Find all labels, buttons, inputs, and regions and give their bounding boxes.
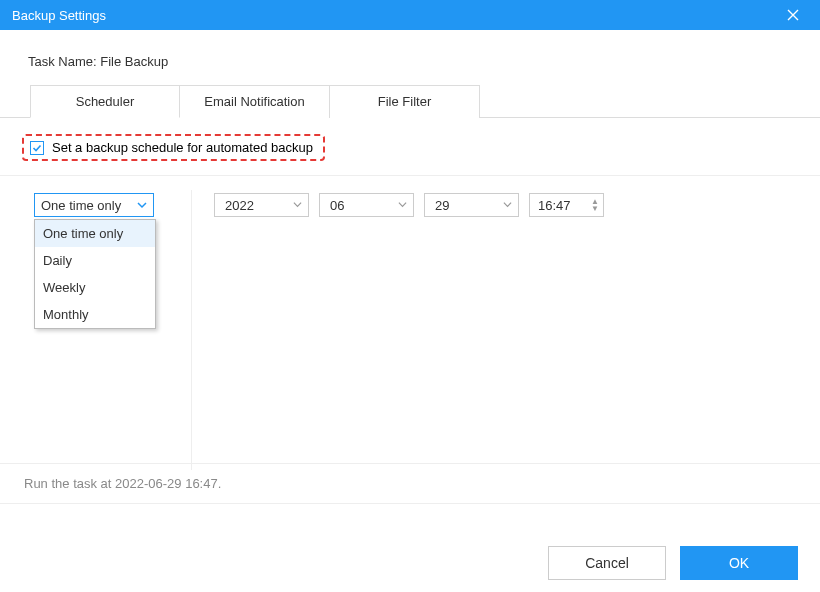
- spinner-arrows-icon: ▲▼: [591, 198, 599, 212]
- frequency-select-value: One time only: [41, 198, 121, 213]
- frequency-option-one-time[interactable]: One time only: [35, 220, 155, 247]
- month-value: 06: [330, 198, 344, 213]
- tab-bar: Scheduler Email Notification File Filter: [0, 85, 820, 118]
- frequency-option-monthly[interactable]: Monthly: [35, 301, 155, 328]
- chevron-down-icon: [398, 199, 407, 211]
- schedule-checkbox-label: Set a backup schedule for automated back…: [52, 140, 313, 155]
- tab-email-notification[interactable]: Email Notification: [180, 85, 330, 118]
- frequency-column: One time only One time only Daily Weekly…: [22, 190, 192, 470]
- frequency-select[interactable]: One time only: [34, 193, 154, 217]
- day-select[interactable]: 29: [424, 193, 519, 217]
- chevron-down-icon: [503, 199, 512, 211]
- dialog-content: Task Name: File Backup Scheduler Email N…: [0, 30, 820, 592]
- cancel-button[interactable]: Cancel: [548, 546, 666, 580]
- chevron-down-icon: [137, 198, 147, 213]
- title-bar: Backup Settings: [0, 0, 820, 30]
- schedule-checkbox-highlight: Set a backup schedule for automated back…: [22, 134, 325, 161]
- close-button[interactable]: [778, 0, 808, 30]
- year-value: 2022: [225, 198, 254, 213]
- day-value: 29: [435, 198, 449, 213]
- tab-file-filter[interactable]: File Filter: [330, 85, 480, 118]
- checkmark-icon: [32, 143, 42, 153]
- frequency-option-weekly[interactable]: Weekly: [35, 274, 155, 301]
- time-spinner[interactable]: 16:47 ▲▼: [529, 193, 604, 217]
- status-text: Run the task at 2022-06-29 16:47.: [0, 463, 820, 504]
- chevron-down-icon: [293, 199, 302, 211]
- month-select[interactable]: 06: [319, 193, 414, 217]
- tab-scheduler[interactable]: Scheduler: [30, 85, 180, 118]
- dialog-footer: Cancel OK: [548, 546, 798, 580]
- year-select[interactable]: 2022: [214, 193, 309, 217]
- schedule-body: One time only One time only Daily Weekly…: [0, 176, 820, 470]
- datetime-column: 2022 06 29 16:47 ▲▼: [192, 190, 604, 470]
- frequency-option-daily[interactable]: Daily: [35, 247, 155, 274]
- schedule-checkbox-row: Set a backup schedule for automated back…: [0, 118, 820, 176]
- ok-button[interactable]: OK: [680, 546, 798, 580]
- schedule-checkbox[interactable]: [30, 141, 44, 155]
- window-title: Backup Settings: [12, 8, 106, 23]
- time-value: 16:47: [538, 198, 571, 213]
- close-icon: [787, 9, 799, 21]
- task-name-label: Task Name: File Backup: [0, 30, 820, 85]
- frequency-dropdown: One time only Daily Weekly Monthly: [34, 219, 156, 329]
